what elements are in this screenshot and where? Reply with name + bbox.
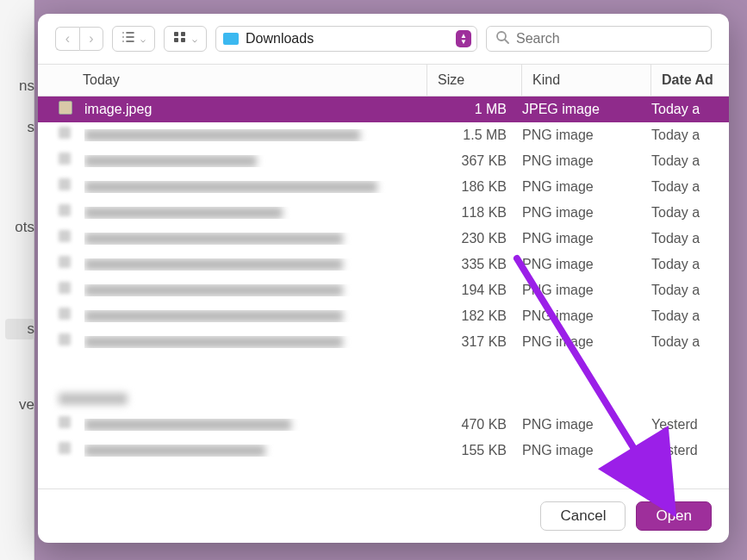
sidebar-item[interactable]: ns (5, 78, 34, 95)
svg-rect-8 (174, 38, 178, 42)
file-date: Yesterd (651, 443, 729, 458)
dialog-footer: Cancel Open (38, 488, 729, 543)
file-kind: PNG image (522, 334, 651, 350)
table-row[interactable]: 367 KBPNG imageToday a (38, 148, 729, 174)
view-grid-button[interactable]: ⌵ (164, 26, 207, 52)
svg-rect-9 (181, 38, 185, 42)
table-row[interactable]: 335 KBPNG imageToday a (38, 252, 729, 277)
file-date: Today a (651, 102, 729, 117)
file-date: Today a (651, 128, 729, 143)
file-date: Today a (651, 334, 729, 350)
file-icon (59, 204, 76, 221)
file-name (84, 284, 427, 296)
file-name (84, 336, 427, 348)
svg-rect-6 (174, 32, 178, 36)
file-icon (59, 442, 76, 459)
file-icon (59, 333, 76, 351)
group-spacer (38, 355, 729, 393)
file-date: Today a (651, 283, 729, 298)
table-row[interactable]: 155 KBPNG imageYesterd (38, 438, 729, 464)
location-dropdown[interactable]: Downloads ▲▼ (215, 26, 477, 52)
file-name (84, 155, 427, 167)
file-size: 230 KB (427, 231, 522, 246)
table-row[interactable]: 317 KBPNG imageToday a (38, 329, 729, 355)
file-date: Today a (651, 308, 729, 324)
chevron-right-icon: › (89, 31, 93, 47)
toolbar: ‹ › ⌵ ⌵ Downloads ▲▼ (38, 14, 729, 64)
table-row[interactable]: 230 KBPNG imageToday a (38, 226, 729, 252)
file-kind: PNG image (522, 205, 651, 221)
file-icon (59, 416, 76, 433)
chevron-down-icon: ⌵ (192, 34, 197, 44)
file-name (84, 233, 427, 245)
file-kind: PNG image (522, 153, 651, 169)
forward-button[interactable]: › (79, 27, 103, 51)
file-size: 1.5 MB (427, 128, 522, 143)
column-kind[interactable]: Kind (522, 65, 651, 96)
file-name: image.jpeg (84, 102, 427, 117)
sidebar-item-active[interactable]: s (5, 319, 34, 339)
nav-history: ‹ › (55, 27, 103, 51)
open-button[interactable]: Open (636, 501, 712, 531)
sidebar-item[interactable]: ve (5, 396, 34, 414)
file-date: Today a (651, 231, 729, 246)
file-name (84, 258, 427, 271)
file-kind: PNG image (522, 308, 651, 324)
search-icon (495, 30, 509, 47)
file-size: 186 KB (427, 179, 522, 195)
file-size: 367 KB (427, 153, 522, 169)
table-row[interactable]: 1.5 MBPNG imageToday a (38, 122, 729, 148)
list-icon (121, 31, 135, 47)
file-icon (59, 282, 76, 299)
table-row[interactable]: 470 KBPNG imageYesterd (38, 412, 729, 438)
column-headers: Today Size Kind Date Ad (38, 64, 729, 96)
updown-icon: ▲▼ (456, 30, 471, 47)
file-icon (59, 152, 76, 170)
cancel-button[interactable]: Cancel (540, 501, 626, 531)
column-date[interactable]: Date Ad (651, 65, 729, 96)
file-kind: PNG image (522, 179, 651, 195)
file-name (84, 310, 427, 322)
table-row[interactable]: image.jpeg1 MBJPEG imageToday a (38, 96, 729, 122)
file-icon (59, 178, 76, 196)
file-name (84, 181, 427, 193)
svg-rect-7 (181, 32, 185, 36)
file-date: Today a (651, 153, 729, 169)
back-button[interactable]: ‹ (55, 27, 79, 51)
file-size: 182 KB (427, 308, 522, 324)
sidebar-item[interactable]: ots (5, 219, 34, 236)
chevron-left-icon: ‹ (65, 31, 70, 47)
grid-icon (173, 31, 187, 47)
file-open-dialog: ‹ › ⌵ ⌵ Downloads ▲▼ Today (38, 14, 729, 543)
table-row[interactable]: 118 KBPNG imageToday a (38, 200, 729, 226)
file-size: 1 MB (427, 102, 522, 117)
table-row[interactable]: 182 KBPNG imageToday a (38, 303, 729, 329)
file-list[interactable]: image.jpeg1 MBJPEG imageToday a1.5 MBPNG… (38, 96, 729, 488)
file-kind: PNG image (522, 128, 651, 143)
file-kind: PNG image (522, 417, 651, 432)
sidebar-partial: ns s ots s ve (0, 78, 34, 414)
file-size: 335 KB (427, 257, 522, 272)
file-name (84, 207, 427, 219)
chevron-down-icon: ⌵ (140, 34, 146, 44)
search-field[interactable] (486, 26, 712, 52)
sidebar-item[interactable]: s (5, 119, 34, 136)
view-list-button[interactable]: ⌵ (112, 26, 155, 52)
file-size: 118 KB (427, 205, 522, 221)
group-label (59, 393, 128, 405)
search-input[interactable] (516, 31, 702, 47)
column-size[interactable]: Size (427, 65, 522, 96)
file-date: Today a (651, 205, 729, 221)
file-icon (59, 256, 76, 273)
column-name[interactable]: Today (38, 65, 427, 96)
file-name (84, 445, 427, 457)
file-kind: PNG image (522, 231, 651, 246)
file-date: Yesterd (651, 417, 729, 432)
file-kind: PNG image (522, 257, 651, 272)
location-name: Downloads (246, 31, 449, 47)
table-row[interactable]: 194 KBPNG imageToday a (38, 277, 729, 303)
file-name (84, 419, 427, 431)
file-size: 470 KB (427, 417, 522, 432)
file-icon (59, 101, 76, 118)
table-row[interactable]: 186 KBPNG imageToday a (38, 174, 729, 200)
